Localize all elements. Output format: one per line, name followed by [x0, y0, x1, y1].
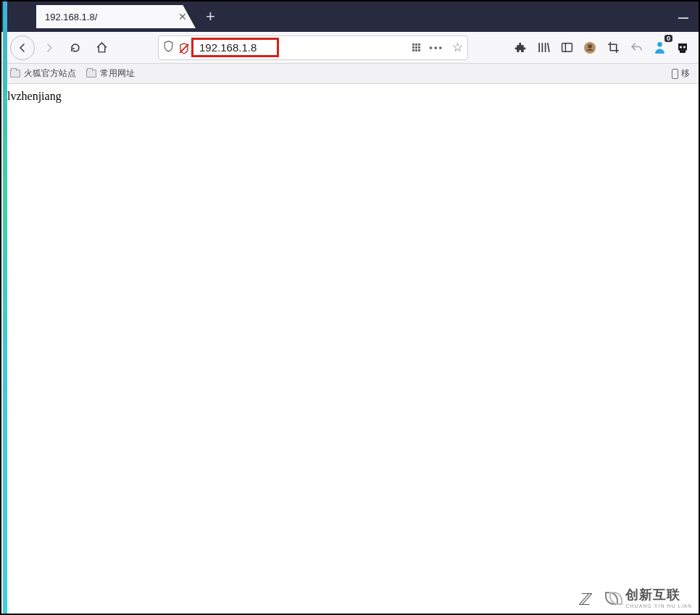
- forward-button[interactable]: [38, 36, 61, 59]
- person-icon: [654, 41, 666, 54]
- insecure-shield-icon[interactable]: [178, 43, 188, 53]
- bookmark-item-common[interactable]: 常用网址: [86, 67, 135, 80]
- addrbar-right-icons: ••• ☆: [412, 40, 463, 55]
- new-tab-button[interactable]: +: [196, 7, 225, 26]
- tab-close-button[interactable]: ✕: [175, 11, 190, 22]
- toolbar-right: 0: [513, 41, 691, 55]
- library-button[interactable]: [536, 41, 551, 55]
- tab-title: 192.168.1.8/: [42, 12, 175, 22]
- address-bar[interactable]: 192.168.1.8 ••• ☆: [158, 35, 468, 60]
- screenshot-crop-button[interactable]: [606, 41, 620, 55]
- home-button[interactable]: [90, 36, 113, 59]
- window-left-accent: [3, 1, 7, 614]
- page-action-menu[interactable]: •••: [429, 42, 443, 53]
- reload-icon: [70, 42, 81, 54]
- profile-avatar[interactable]: [583, 41, 597, 55]
- bookmarks-toolbar: 火狐官方站点 常用网址 移: [1, 64, 699, 84]
- bookmark-item-firefox[interactable]: 火狐官方站点: [10, 67, 76, 80]
- watermark-glyph: ℤ: [578, 590, 590, 609]
- page-content: lvzhenjiang: [1, 84, 699, 614]
- svg-point-7: [683, 46, 686, 48]
- svg-point-4: [588, 44, 592, 49]
- bookmark-label: 火狐官方站点: [24, 67, 76, 80]
- notifications-badge: 0: [664, 35, 672, 42]
- arrow-left-icon: [17, 42, 28, 54]
- puzzle-icon: [514, 41, 527, 54]
- window-minimize-button[interactable]: [678, 10, 691, 13]
- watermark-brand-cn: 创新互联: [625, 587, 680, 602]
- back-button[interactable]: [10, 35, 35, 60]
- sidebar-button[interactable]: [559, 41, 574, 55]
- nav-toolbar: 192.168.1.8 ••• ☆: [1, 32, 699, 64]
- watermark-text: 创新互联 CHUANG XIN HU LIAN: [625, 586, 692, 608]
- watermark-brand-en: CHUANG XIN HU LIAN: [625, 603, 692, 608]
- reload-button[interactable]: [64, 36, 87, 59]
- extensions-button[interactable]: [513, 41, 528, 55]
- browser-window: 192.168.1.8/ ✕ + 192.168.1.8: [0, 0, 700, 615]
- tracking-shield-icon[interactable]: [163, 41, 174, 54]
- home-icon: [96, 41, 108, 54]
- url-highlight-box: 192.168.1.8: [191, 38, 279, 57]
- svg-point-6: [680, 46, 682, 48]
- sidebar-icon: [561, 41, 573, 54]
- body-text: lvzhenjiang: [7, 90, 62, 102]
- crop-icon: [607, 41, 620, 54]
- undo-icon: [630, 41, 643, 54]
- svg-rect-1: [562, 43, 572, 52]
- notifications-button[interactable]: 0: [652, 41, 667, 55]
- tab-strip: 192.168.1.8/ ✕ +: [1, 1, 699, 32]
- svg-point-5: [657, 42, 662, 47]
- bookmark-label: 常用网址: [100, 67, 135, 80]
- skull-icon: [676, 42, 689, 54]
- avatar-icon: [583, 41, 596, 54]
- phone-icon: [672, 69, 678, 79]
- arrow-right-icon: [43, 42, 55, 54]
- skull-extension-button[interactable]: [675, 41, 690, 55]
- qr-icon[interactable]: [412, 43, 420, 51]
- watermark: 创新互联 CHUANG XIN HU LIAN: [601, 584, 696, 611]
- undo-button[interactable]: [629, 41, 643, 55]
- tab-active[interactable]: 192.168.1.8/ ✕: [36, 5, 196, 28]
- folder-icon: [86, 70, 96, 78]
- url-text[interactable]: 192.168.1.8: [199, 41, 257, 54]
- folder-icon: [10, 70, 20, 78]
- mobile-bookmarks-button[interactable]: 移: [672, 67, 690, 80]
- library-icon: [538, 41, 550, 54]
- mobile-bookmarks-label: 移: [681, 67, 690, 80]
- watermark-logo-icon: [605, 590, 621, 606]
- bookmark-star-button[interactable]: ☆: [452, 40, 463, 55]
